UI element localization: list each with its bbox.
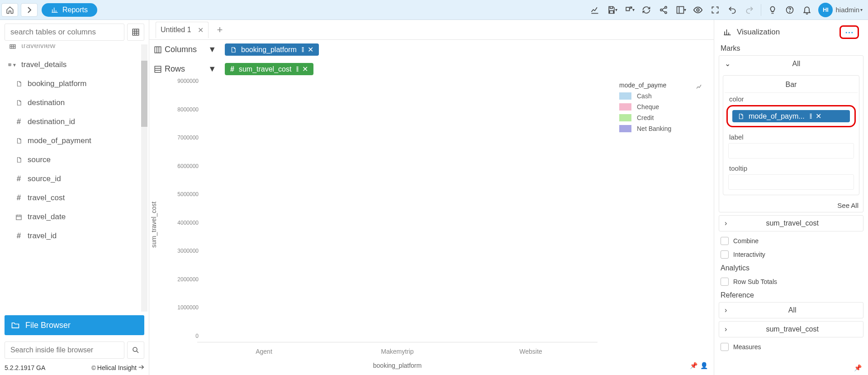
chart-area: sum_travel_cost 010000002000000300000040…	[154, 79, 709, 370]
redo-icon[interactable]	[741, 1, 758, 19]
status-bar: 5.2.2.1917 GA ©Helical Insight	[0, 361, 149, 375]
fullscreen-icon[interactable]	[707, 1, 724, 19]
marks-all-toggle[interactable]: ⌄All	[719, 56, 863, 72]
reference-title: Reference	[719, 288, 863, 302]
mark-label-label: label	[725, 131, 858, 143]
user-menu[interactable]: hiadmin▾	[835, 6, 863, 14]
tree-item-travelview[interactable]: travelview	[5, 44, 140, 55]
column-pill[interactable]: booking_platform ⁞⁞ ✕	[225, 43, 319, 56]
legend-chart-icon[interactable]	[696, 83, 703, 91]
svg-point-6	[790, 11, 790, 12]
help-icon[interactable]	[781, 1, 798, 19]
tree-item-destination[interactable]: destination	[5, 93, 140, 112]
color-pill[interactable]: mode_of_paym... ⁞⁞ ✕	[732, 110, 850, 122]
refresh-icon[interactable]	[638, 1, 655, 19]
svg-rect-12	[155, 47, 161, 53]
svg-rect-10	[16, 215, 21, 220]
file-search-input[interactable]	[5, 341, 124, 359]
center-panel: Untitled 1 ✕ + Columns ▼ booking_platfor…	[149, 20, 714, 375]
svg-point-4	[697, 9, 700, 11]
sum-travel-cost-expander[interactable]: ›sum_travel_cost	[719, 215, 863, 231]
x-axis-label: booking_platform	[197, 362, 598, 369]
legend-item[interactable]: Cheque	[619, 103, 703, 111]
visualization-icon	[723, 28, 731, 36]
pin-icon[interactable]: 📌	[690, 362, 697, 369]
row-subtotals-checkbox[interactable]: Row Sub Totals	[719, 275, 863, 288]
chart-plot	[197, 87, 598, 342]
analytics-title: Analytics	[719, 261, 863, 275]
tree-item-travel_details[interactable]: ▼travel_details	[5, 55, 140, 74]
tree-item-travel_cost[interactable]: #travel_cost	[5, 188, 140, 207]
eye-icon[interactable]	[689, 1, 707, 19]
legend-item[interactable]: Net Banking	[619, 125, 703, 132]
column-tree: travelview▼travel_detailsbooking_platfor…	[5, 44, 140, 312]
tooltip-dropzone[interactable]	[728, 174, 854, 190]
legend-item[interactable]: Credit	[619, 114, 703, 121]
legend-item[interactable]: Cash	[619, 92, 703, 100]
svg-rect-3	[677, 6, 683, 13]
measures-checkbox[interactable]: Measures	[719, 340, 863, 354]
tree-item-travel_date[interactable]: travel_date	[5, 207, 140, 226]
close-icon[interactable]: ✕	[198, 26, 204, 34]
tree-item-travel_id[interactable]: #travel_id	[5, 226, 140, 245]
home-button[interactable]	[1, 3, 18, 17]
undo-icon[interactable]	[724, 1, 741, 19]
mark-color-label: color	[725, 93, 858, 105]
columns-view-button[interactable]	[127, 24, 144, 41]
drag-handle-icon[interactable]: ⁞⁞	[301, 45, 303, 54]
chart-legend: mode_of_payme CashChequeCreditNet Bankin…	[619, 82, 703, 136]
file-search-button[interactable]	[127, 341, 144, 359]
marks-title: Marks	[719, 42, 863, 55]
tab-strip: Untitled 1 ✕ +	[149, 20, 714, 40]
version-label: 5.2.2.1917 GA	[5, 364, 45, 371]
more-options-button[interactable]: ⋯	[840, 25, 859, 39]
tree-item-booking_platform[interactable]: booking_platform	[5, 74, 140, 93]
svg-rect-9	[9, 63, 11, 66]
mark-bar[interactable]: Bar	[725, 77, 858, 93]
topbar: Reports ▾ ▾ ▾ HI hiadmin▾	[0, 0, 868, 20]
drag-handle-icon[interactable]: ⁞⁞	[809, 112, 811, 120]
bell-icon[interactable]	[798, 1, 816, 19]
columns-shelf: Columns ▼ booking_platform ⁞⁞ ✕	[149, 40, 714, 59]
layout-icon[interactable]: ▾	[672, 1, 689, 19]
sidebar: travelview▼travel_detailsbooking_platfor…	[0, 20, 149, 375]
export-icon[interactable]: ▾	[621, 1, 638, 19]
row-pill[interactable]: # sum_travel_cost ⁞⁞ ✕	[225, 63, 313, 75]
see-all-link[interactable]: See All	[719, 199, 863, 212]
interactivity-checkbox[interactable]: Interactivity	[719, 248, 863, 261]
reports-label: Reports	[62, 6, 88, 14]
share-icon[interactable]	[655, 1, 672, 19]
panel-pin-icon[interactable]: 📌	[854, 364, 862, 371]
avatar[interactable]: HI	[818, 3, 833, 17]
svg-rect-13	[155, 66, 161, 72]
report-tab[interactable]: Untitled 1 ✕	[156, 22, 209, 38]
combine-checkbox[interactable]: Combine	[719, 234, 863, 248]
user-pin-icon[interactable]: 👤	[700, 362, 708, 369]
visualization-panel: Visualization ⋯ Marks ⌄All Bar color mod…	[714, 20, 868, 375]
tree-item-source_id[interactable]: #source_id	[5, 169, 140, 188]
reports-tab[interactable]: Reports	[42, 3, 97, 17]
line-chart-icon[interactable]	[586, 1, 603, 19]
reference-stc-expander[interactable]: ›sum_travel_cost	[719, 321, 863, 337]
breadcrumb-next-button[interactable]	[21, 3, 38, 17]
label-dropzone[interactable]	[728, 143, 854, 159]
y-axis-label: sum_travel_cost	[150, 202, 157, 248]
remove-pill-icon[interactable]: ✕	[816, 112, 821, 120]
lightbulb-icon[interactable]	[764, 1, 781, 19]
tree-item-source[interactable]: source	[5, 150, 140, 169]
save-icon[interactable]: ▾	[603, 1, 621, 19]
drag-handle-icon[interactable]: ⁞⁞	[296, 65, 298, 73]
svg-rect-7	[133, 29, 139, 35]
color-dropzone[interactable]: mode_of_paym... ⁞⁞ ✕	[726, 105, 856, 127]
tree-item-destination_id[interactable]: #destination_id	[5, 112, 140, 131]
file-browser-button[interactable]: File Browser	[5, 315, 144, 335]
add-tab-button[interactable]: +	[217, 24, 223, 36]
remove-pill-icon[interactable]: ✕	[302, 65, 308, 73]
search-input[interactable]	[5, 24, 124, 41]
remove-pill-icon[interactable]: ✕	[308, 45, 313, 54]
svg-point-11	[133, 347, 137, 351]
rows-shelf: Rows ▼ # sum_travel_cost ⁞⁞ ✕	[149, 59, 714, 79]
scrollbar[interactable]	[141, 44, 147, 312]
reference-all-expander[interactable]: ›All	[719, 302, 863, 318]
tree-item-mode_of_payment[interactable]: mode_of_payment	[5, 131, 140, 150]
